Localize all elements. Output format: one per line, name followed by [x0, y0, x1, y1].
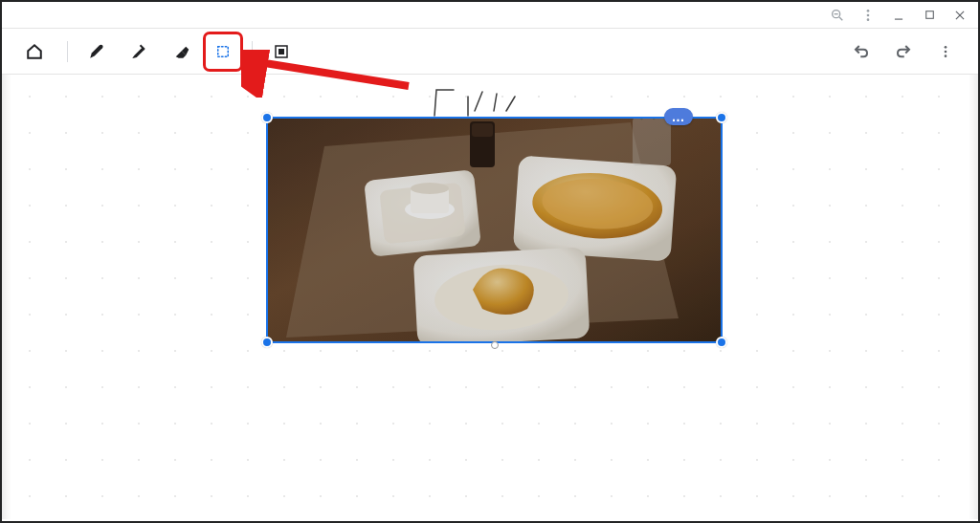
edge — [2, 75, 11, 519]
pen-tool[interactable] — [79, 34, 114, 69]
close-button[interactable] — [951, 7, 969, 24]
canvas[interactable]: … — [13, 76, 967, 519]
rotate-handle[interactable] — [491, 341, 499, 349]
svg-rect-34 — [267, 118, 722, 342]
overflow-icon[interactable] — [859, 7, 877, 24]
selection-options-button[interactable]: … — [664, 108, 693, 125]
more-button[interactable] — [928, 34, 963, 69]
redo-button[interactable] — [886, 34, 921, 69]
app-window: … — [0, 0, 980, 523]
home-button[interactable] — [17, 34, 52, 69]
svg-point-13 — [945, 46, 947, 49]
zoom-out-icon[interactable] — [829, 7, 846, 24]
svg-rect-10 — [218, 46, 229, 56]
highlighter-tool[interactable] — [122, 34, 156, 69]
resize-handle-tl[interactable] — [261, 112, 273, 123]
svg-line-1 — [839, 17, 842, 20]
svg-point-4 — [867, 13, 870, 16]
edge — [969, 75, 978, 519]
separator — [67, 41, 68, 62]
resize-handle-br[interactable] — [716, 337, 727, 348]
ink-stroke — [425, 82, 540, 120]
separator — [252, 41, 253, 62]
image-content — [267, 118, 722, 342]
minimize-button[interactable] — [890, 7, 907, 24]
svg-rect-12 — [279, 49, 284, 54]
select-tool[interactable] — [206, 34, 240, 69]
maximize-button[interactable] — [921, 7, 938, 24]
eraser-tool[interactable] — [164, 34, 198, 69]
shape-tool[interactable] — [264, 34, 299, 69]
undo-button[interactable] — [844, 34, 879, 69]
window-titlebar — [2, 2, 978, 29]
svg-point-14 — [945, 50, 947, 53]
svg-point-5 — [867, 18, 870, 21]
svg-point-15 — [945, 54, 947, 57]
resize-handle-bl[interactable] — [261, 337, 273, 348]
selected-image[interactable]: … — [267, 118, 722, 342]
resize-handle-tr[interactable] — [716, 112, 727, 123]
svg-point-3 — [867, 10, 870, 12]
toolbar — [2, 29, 978, 75]
svg-rect-7 — [925, 11, 933, 19]
